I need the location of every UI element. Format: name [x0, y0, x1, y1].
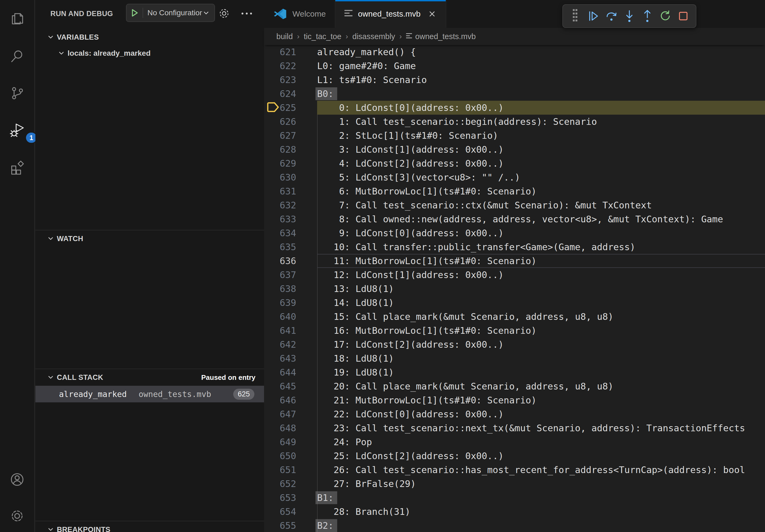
line-number[interactable]: 640 — [264, 310, 296, 324]
tab-owned-tests-mvb[interactable]: owned_tests.mvb — [335, 0, 446, 28]
code-line-625[interactable]: 625 0: LdConst[0](address: 0x00..) — [264, 101, 765, 115]
breakpoints-section-header[interactable]: BREAKPOINTS — [35, 522, 264, 532]
tab-welcome[interactable]: Welcome — [264, 0, 335, 28]
line-number[interactable]: 638 — [264, 282, 296, 296]
line-number[interactable]: 633 — [264, 212, 296, 226]
search-icon[interactable] — [10, 49, 25, 64]
restart-button[interactable] — [656, 8, 674, 24]
code-line-622[interactable]: 622L0: game#2#0: Game — [264, 59, 765, 73]
code-line-626[interactable]: 626 1: Call test_scenario::begin(address… — [264, 115, 765, 129]
line-number[interactable]: 648 — [264, 421, 296, 435]
code-line-628[interactable]: 628 3: LdConst[1](address: 0x00..) — [264, 142, 765, 156]
line-number[interactable]: 645 — [264, 379, 296, 393]
code-line-655[interactable]: 655B2: — [264, 519, 765, 532]
breadcrumb-item[interactable]: owned_tests.mvb — [415, 32, 476, 41]
settings-gear-icon[interactable] — [10, 508, 25, 523]
line-number[interactable]: 646 — [264, 393, 296, 407]
line-number[interactable]: 622 — [264, 59, 296, 73]
line-number[interactable]: 626 — [264, 115, 296, 129]
call-stack-frame-row[interactable]: already_marked owned_tests.mvb 625 — [35, 386, 264, 402]
code-line-646[interactable]: 646 21: MutBorrowLoc[1](ts#1#0: Scenario… — [264, 393, 765, 407]
code-line-651[interactable]: 651 26: Call test_scenario::has_most_rec… — [264, 463, 765, 477]
code-line-640[interactable]: 640 15: Call place_mark(&mut Scenario, a… — [264, 310, 765, 324]
line-number[interactable]: 629 — [264, 156, 296, 170]
line-number[interactable]: 647 — [264, 407, 296, 421]
code-line-637[interactable]: 637 12: LdConst[1](address: 0x00..) — [264, 268, 765, 282]
start-debug-icon[interactable] — [127, 8, 143, 18]
line-number[interactable]: 623 — [264, 73, 296, 87]
code-line-641[interactable]: 641 16: MutBorrowLoc[1](ts#1#0: Scenario… — [264, 324, 765, 338]
line-number[interactable]: 631 — [264, 184, 296, 198]
line-number[interactable]: 634 — [264, 226, 296, 240]
line-number[interactable]: 651 — [264, 463, 296, 477]
line-number[interactable]: 632 — [264, 198, 296, 212]
code-line-636[interactable]: 636 11: MutBorrowLoc[1](ts#1#0: Scenario… — [264, 254, 765, 268]
code-line-630[interactable]: 630 5: LdConst[3](vector<u8>: "" /..) — [264, 170, 765, 184]
code-line-653[interactable]: 653B1: — [264, 491, 765, 505]
continue-button[interactable] — [585, 8, 602, 24]
line-number[interactable]: 652 — [264, 477, 296, 491]
breadcrumb-item[interactable]: build — [276, 32, 293, 41]
line-number[interactable]: 654 — [264, 505, 296, 519]
close-icon[interactable] — [427, 9, 437, 19]
code-line-632[interactable]: 632 7: Call test_scenario::ctx(&mut Scen… — [264, 198, 765, 212]
code-line-634[interactable]: 634 9: LdConst[0](address: 0x00..) — [264, 226, 765, 240]
explorer-icon[interactable] — [10, 11, 25, 26]
code-line-638[interactable]: 638 13: LdU8(1) — [264, 282, 765, 296]
line-number[interactable]: 641 — [264, 324, 296, 338]
code-line-635[interactable]: 635 10: Call transfer::public_transfer<G… — [264, 240, 765, 254]
step-into-button[interactable] — [620, 8, 638, 24]
stop-button[interactable] — [674, 8, 692, 24]
line-number[interactable]: 653 — [264, 491, 296, 505]
code-editor[interactable]: 621already_marked() {622L0: game#2#0: Ga… — [264, 45, 765, 532]
code-line-645[interactable]: 645 20: Call place_mark(&mut Scenario, a… — [264, 379, 765, 393]
code-line-644[interactable]: 644 19: LdU8(1) — [264, 366, 765, 379]
run-and-debug-icon[interactable]: 1 — [10, 123, 25, 138]
line-number[interactable]: 639 — [264, 296, 296, 310]
line-number[interactable]: 637 — [264, 268, 296, 282]
line-number[interactable]: 642 — [264, 338, 296, 352]
call-stack-section-header[interactable]: CALL STACK Paused on entry — [35, 370, 264, 385]
extensions-icon[interactable] — [10, 160, 25, 175]
code-line-649[interactable]: 649 24: Pop — [264, 435, 765, 449]
launch-settings-gear-icon[interactable] — [218, 7, 231, 20]
line-number[interactable]: 630 — [264, 170, 296, 184]
code-line-648[interactable]: 648 23: Call test_scenario::next_tx(&mut… — [264, 421, 765, 435]
code-line-621[interactable]: 621already_marked() { — [264, 45, 765, 59]
breadcrumb-item[interactable]: disassembly — [353, 32, 395, 41]
line-number[interactable]: 635 — [264, 240, 296, 254]
code-line-629[interactable]: 629 4: LdConst[2](address: 0x00..) — [264, 156, 765, 170]
line-number[interactable]: 655 — [264, 519, 296, 532]
watch-section-header[interactable]: WATCH — [35, 231, 264, 246]
line-number[interactable]: 649 — [264, 435, 296, 449]
code-line-647[interactable]: 647 22: LdConst[0](address: 0x00..) — [264, 407, 765, 421]
line-number[interactable]: 636 — [264, 254, 296, 268]
line-number[interactable]: 650 — [264, 449, 296, 463]
line-number[interactable]: 644 — [264, 366, 296, 379]
step-over-button[interactable] — [602, 8, 620, 24]
line-number[interactable]: 621 — [264, 45, 296, 59]
code-line-624[interactable]: 624B0: — [264, 87, 765, 101]
step-out-button[interactable] — [638, 8, 656, 24]
code-line-639[interactable]: 639 14: LdU8(1) — [264, 296, 765, 310]
code-line-627[interactable]: 627 2: StLoc[1](ts#1#0: Scenario) — [264, 129, 765, 142]
line-number[interactable]: 627 — [264, 129, 296, 142]
code-line-623[interactable]: 623L1: ts#1#0: Scenario — [264, 73, 765, 87]
toolbar-drag-handle[interactable] — [567, 8, 585, 24]
variables-section-header[interactable]: VARIABLES — [35, 30, 264, 45]
more-actions-icon[interactable] — [239, 7, 255, 20]
breadcrumb-item[interactable]: tic_tac_toe — [304, 32, 341, 41]
code-line-642[interactable]: 642 17: LdConst[2](address: 0x00..) — [264, 338, 765, 352]
code-line-643[interactable]: 643 18: LdU8(1) — [264, 352, 765, 366]
line-number[interactable]: 624 — [264, 87, 296, 101]
account-icon[interactable] — [10, 472, 25, 487]
code-line-650[interactable]: 650 25: LdConst[2](address: 0x00..) — [264, 449, 765, 463]
variables-scope-locals[interactable]: locals: already_marked — [35, 46, 264, 61]
code-line-631[interactable]: 631 6: MutBorrowLoc[1](ts#1#0: Scenario) — [264, 184, 765, 198]
breadcrumb[interactable]: build›tic_tac_toe›disassembly›owned_test… — [264, 28, 765, 45]
debug-config-dropdown[interactable]: No Configurations — [126, 4, 215, 22]
code-line-633[interactable]: 633 8: Call owned::new(address, address,… — [264, 212, 765, 226]
line-number[interactable]: 628 — [264, 142, 296, 156]
code-line-654[interactable]: 654 28: Branch(31) — [264, 505, 765, 519]
line-number[interactable]: 643 — [264, 352, 296, 366]
